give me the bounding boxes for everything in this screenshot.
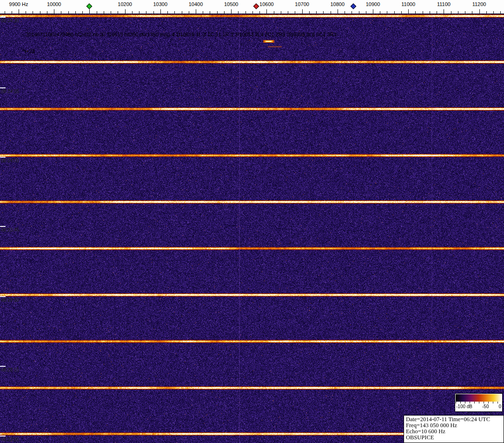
ruler-tick (146, 11, 146, 13)
time-tick (0, 87, 6, 88)
marker-green-diamond[interactable] (86, 3, 93, 9)
ruler-tick (444, 9, 444, 13)
ruler-tick (19, 9, 19, 13)
ruler-tick (33, 11, 33, 13)
ruler-tick (61, 11, 61, 13)
db-scale-legend: -100 dB -50 0 (455, 393, 503, 412)
ruler-tick (465, 11, 465, 13)
ruler-tick (437, 11, 437, 13)
ruler-tick (486, 11, 487, 13)
ruler-label: 11100 (437, 1, 451, 7)
ruler-label: 9900 Hz (9, 1, 28, 7)
info-station-line: OBSUPICE (406, 435, 502, 441)
ruler-tick (189, 11, 189, 13)
ruler-tick (203, 11, 203, 13)
spectrogram-canvas[interactable] (0, 14, 504, 443)
legend-tick-marks (456, 402, 502, 403)
legend-label-min: -100 dB (456, 404, 472, 410)
ruler-tick (408, 9, 409, 13)
ruler-tick (238, 11, 239, 13)
ruler-label: 10200 (118, 1, 132, 7)
time-label: 08:23:30 (1, 298, 19, 303)
time-tick (0, 296, 6, 297)
ruler-tick (309, 11, 310, 13)
ruler-tick (47, 11, 47, 13)
ruler-label: 10300 (153, 1, 168, 7)
frequency-ruler: 9900 Hz100001020010300104001050010600107… (0, 0, 504, 14)
ruler-tick (302, 9, 303, 13)
ruler-label: 10900 (366, 1, 380, 7)
ruler-tick (139, 11, 139, 13)
ruler-tick (430, 11, 430, 13)
ruler-tick (266, 9, 267, 13)
ruler-tick (316, 11, 317, 13)
ruler-tick (373, 9, 373, 13)
ruler-tick (132, 11, 133, 13)
status-info-box: Date=2014-07-11 Time=06:24 UTC Freq=143 … (404, 415, 504, 443)
time-label: 08:23:15 (1, 367, 19, 372)
legend-gradient (456, 394, 502, 402)
ruler-tick (97, 11, 97, 13)
time-label: 08:24:00 (1, 158, 19, 163)
ruler-tick (196, 9, 196, 13)
ruler-tick (351, 11, 352, 13)
marker-blue-diamond[interactable] (351, 3, 357, 9)
legend-label-mid: -50 (482, 404, 489, 410)
time-label: 08:24:30 (1, 18, 19, 23)
time-tick (0, 17, 6, 18)
time-offset-annotation: ^t+23 (22, 48, 35, 54)
ruler-tick (331, 11, 331, 13)
time-tick (0, 436, 6, 436)
ruler-tick (493, 11, 494, 13)
ruler-tick (125, 9, 126, 13)
ruler-tick (252, 11, 253, 13)
ruler-tick (231, 9, 232, 13)
ruler-tick (451, 11, 451, 13)
ruler-tick (423, 11, 423, 13)
ruler-tick (458, 11, 458, 13)
ruler-tick (479, 9, 480, 13)
ruler-tick (281, 11, 281, 13)
legend-label-max: 0 (498, 404, 501, 410)
ruler-tick (259, 11, 260, 13)
ruler-tick (224, 11, 225, 13)
ruler-label: 11000 (401, 1, 415, 7)
ruler-tick (89, 9, 90, 13)
ruler-tick (12, 11, 12, 13)
ruler-label: 10500 (224, 1, 239, 7)
ruler-tick (295, 11, 295, 13)
ruler-tick (104, 11, 104, 13)
ruler-tick (288, 11, 288, 13)
ruler-label: 11200 (472, 1, 486, 7)
ruler-tick (245, 11, 246, 13)
ruler-tick (5, 11, 5, 13)
ruler-tick (387, 11, 387, 13)
ruler-tick (323, 11, 324, 13)
ruler-tick (182, 11, 182, 13)
ruler-tick (40, 11, 40, 13)
ruler-tick (54, 9, 54, 13)
ruler-label: 10000 (47, 1, 61, 7)
time-label: 08:23:45 (1, 227, 19, 232)
ruler-label: 10400 (189, 1, 203, 7)
marker-red-diamond[interactable] (253, 3, 259, 9)
ruler-tick (118, 11, 118, 13)
ruler-label: 10800 (331, 1, 345, 7)
ruler-tick (75, 11, 76, 13)
ruler-tick (345, 11, 345, 13)
ruler-tick (160, 9, 161, 13)
detection-annotation: 20140711062423460 hCnt32 nb-87 f10619 hi… (26, 32, 337, 37)
ruler-label: 10700 (295, 1, 309, 7)
ruler-tick (394, 11, 395, 13)
time-tick (0, 366, 6, 367)
time-label: 08:24:15 (1, 89, 19, 94)
time-label: 08:23:00 (1, 437, 19, 442)
ruler-tick (366, 11, 366, 13)
ruler-tick (415, 11, 416, 13)
ruler-tick (274, 11, 274, 13)
ruler-tick (111, 11, 111, 13)
ruler-label: 10600 (259, 1, 274, 7)
ruler-tick (380, 11, 380, 13)
time-tick (0, 157, 6, 158)
ruler-tick (338, 9, 338, 13)
